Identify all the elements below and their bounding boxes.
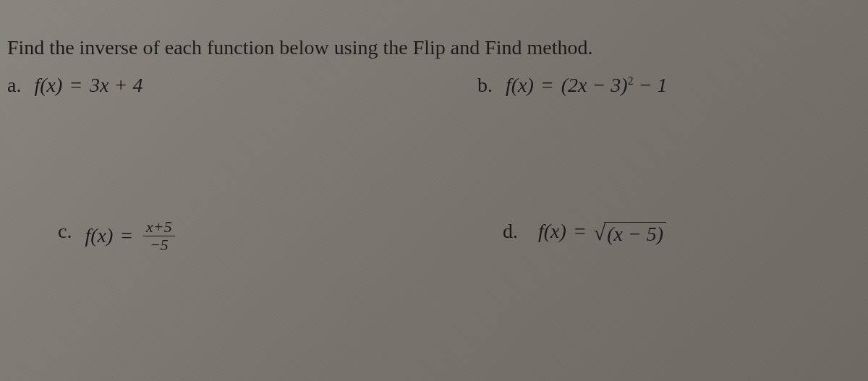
row-2: c. f(x) = x+5 −5 d. f(x) = √ (x − 5) [7, 220, 861, 255]
problem-d-lhs: f(x) [538, 220, 566, 242]
problem-b-label: b. [477, 74, 493, 97]
equals-sign: = [121, 224, 132, 247]
problem-b-equation: f(x) = (2x − 3)2 − 1 [506, 74, 668, 97]
problem-c: c. f(x) = x+5 −5 [7, 220, 416, 255]
problem-c-fraction: x+5 −5 [143, 218, 175, 254]
problem-a: a. f(x) = 3x + 4 [7, 74, 391, 97]
problem-c-lhs: f(x) [85, 224, 113, 247]
problem-c-label: c. [58, 220, 72, 243]
equals-sign: = [574, 220, 586, 242]
problem-b-exponent: 2 [628, 74, 634, 87]
problem-d-equation: f(x) = √ (x − 5) [531, 220, 666, 244]
problem-a-rhs: 3x + 4 [90, 74, 142, 96]
problem-c-numerator: x+5 [143, 218, 175, 236]
problem-b-rhs-pre: (2x − 3) [561, 74, 628, 96]
problem-a-lhs: f(x) [34, 74, 62, 96]
problem-d-sqrt: √ (x − 5) [594, 222, 666, 244]
problem-d: d. f(x) = √ (x − 5) [416, 220, 861, 255]
row-1: a. f(x) = 3x + 4 b. f(x) = (2x − 3)2 − 1 [7, 74, 861, 97]
problem-b-rhs-post: − 1 [634, 74, 668, 96]
problem-d-radicand: (x − 5) [604, 222, 666, 244]
problem-c-equation: f(x) = x+5 −5 [85, 220, 177, 255]
equals-sign: = [70, 74, 82, 96]
problem-d-label: d. [503, 220, 518, 243]
problem-b: b. f(x) = (2x − 3)2 − 1 [391, 74, 861, 97]
equals-sign: = [542, 74, 553, 96]
problem-b-lhs: f(x) [506, 74, 534, 96]
instruction-text: Find the inverse of each function below … [7, 36, 861, 59]
problem-a-equation: f(x) = 3x + 4 [34, 74, 142, 97]
problem-a-label: a. [7, 74, 21, 97]
problem-c-denominator: −5 [143, 236, 175, 254]
